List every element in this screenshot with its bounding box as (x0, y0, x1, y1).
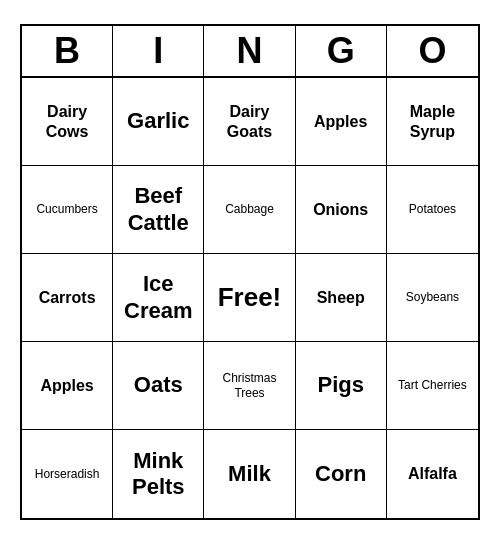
bingo-cell: Pigs (296, 342, 387, 430)
cell-text: Potatoes (409, 202, 456, 216)
cell-text: Christmas Trees (208, 371, 290, 400)
cell-text: Carrots (39, 288, 96, 307)
bingo-cell: Garlic (113, 78, 204, 166)
cell-text: Cabbage (225, 202, 274, 216)
bingo-cell: Mink Pelts (113, 430, 204, 518)
bingo-cell: Sheep (296, 254, 387, 342)
bingo-cell: Carrots (22, 254, 113, 342)
header-letter: O (387, 26, 478, 76)
header-letter: G (296, 26, 387, 76)
bingo-cell: Cabbage (204, 166, 295, 254)
cell-text: Pigs (317, 372, 363, 398)
cell-text: Onions (313, 200, 368, 219)
cell-text: Tart Cherries (398, 378, 467, 392)
bingo-cell: Maple Syrup (387, 78, 478, 166)
bingo-card: BINGO Dairy CowsGarlicDairy GoatsApplesM… (20, 24, 480, 520)
bingo-cell: Christmas Trees (204, 342, 295, 430)
bingo-cell: Milk (204, 430, 295, 518)
cell-text: Garlic (127, 108, 189, 134)
cell-text: Soybeans (406, 290, 459, 304)
cell-text: Free! (218, 282, 282, 313)
header-letter: B (22, 26, 113, 76)
bingo-cell: Beef Cattle (113, 166, 204, 254)
bingo-cell: Tart Cherries (387, 342, 478, 430)
bingo-cell: Onions (296, 166, 387, 254)
bingo-cell: Horseradish (22, 430, 113, 518)
cell-text: Dairy Cows (26, 102, 108, 140)
cell-text: Horseradish (35, 467, 100, 481)
cell-text: Beef Cattle (117, 183, 199, 236)
cell-text: Apples (40, 376, 93, 395)
bingo-cell: Cucumbers (22, 166, 113, 254)
cell-text: Milk (228, 461, 271, 487)
bingo-cell: Apples (22, 342, 113, 430)
bingo-cell: Free! (204, 254, 295, 342)
cell-text: Ice Cream (117, 271, 199, 324)
bingo-cell: Soybeans (387, 254, 478, 342)
header-letter: I (113, 26, 204, 76)
bingo-cell: Oats (113, 342, 204, 430)
cell-text: Apples (314, 112, 367, 131)
bingo-cell: Apples (296, 78, 387, 166)
bingo-cell: Corn (296, 430, 387, 518)
cell-text: Cucumbers (36, 202, 97, 216)
cell-text: Sheep (317, 288, 365, 307)
cell-text: Oats (134, 372, 183, 398)
bingo-cell: Dairy Cows (22, 78, 113, 166)
cell-text: Maple Syrup (391, 102, 474, 140)
bingo-cell: Dairy Goats (204, 78, 295, 166)
bingo-header: BINGO (22, 26, 478, 78)
bingo-cell: Alfalfa (387, 430, 478, 518)
bingo-grid: Dairy CowsGarlicDairy GoatsApplesMaple S… (22, 78, 478, 518)
header-letter: N (204, 26, 295, 76)
cell-text: Mink Pelts (117, 448, 199, 501)
cell-text: Alfalfa (408, 464, 457, 483)
bingo-cell: Ice Cream (113, 254, 204, 342)
bingo-cell: Potatoes (387, 166, 478, 254)
cell-text: Dairy Goats (208, 102, 290, 140)
cell-text: Corn (315, 461, 366, 487)
